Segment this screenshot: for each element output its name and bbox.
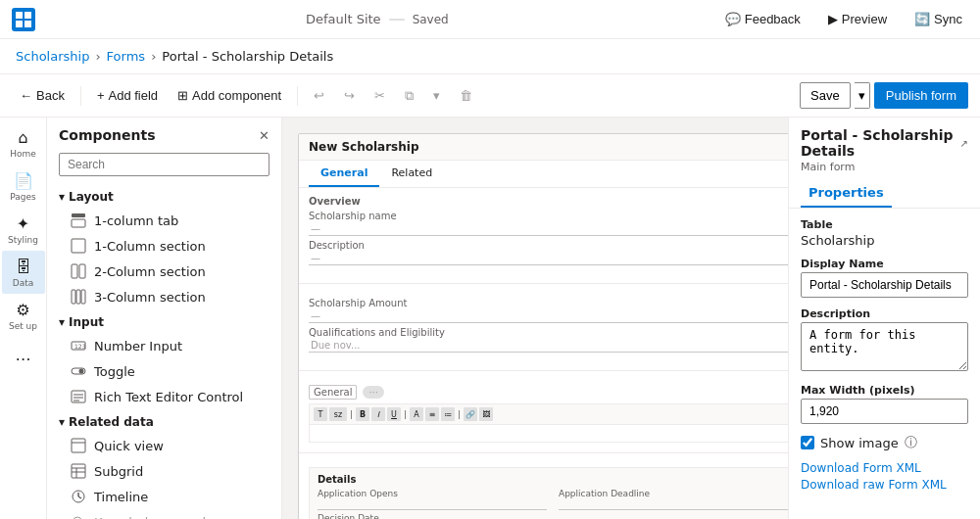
rte-underline-btn[interactable]: U [387, 407, 401, 421]
home-icon: ⌂ [18, 128, 27, 147]
more-icon: ▾ [433, 88, 440, 103]
scholarship-name-field: Scholarship name — [309, 211, 788, 236]
sidebar-item-rte[interactable]: Rich Text Editor Control [47, 384, 281, 409]
search-input[interactable] [59, 153, 270, 176]
breadcrumb-scholarship[interactable]: Scholarship [16, 49, 89, 64]
redo-button[interactable]: ↪ [336, 82, 363, 109]
financials-section: Scholarship Amount — Qualifications and … [299, 290, 788, 364]
max-width-input[interactable] [801, 399, 968, 424]
sidebar-item-timeline[interactable]: Timeline [47, 484, 281, 509]
right-panel: Portal - Scholarship Details ↗ Main form… [788, 118, 980, 519]
preview-icon: ▶ [828, 12, 838, 26]
svg-point-15 [79, 369, 84, 374]
back-button[interactable]: ← Back [12, 82, 73, 109]
form-tab-related[interactable]: Related [379, 161, 444, 187]
show-image-checkbox[interactable] [801, 436, 814, 449]
scholarship-name-label: Scholarship name [309, 211, 788, 221]
qualifications-value: Due nov... [309, 339, 788, 353]
number-input-icon: 123 [71, 338, 86, 354]
copy-button[interactable]: ⧉ [397, 82, 421, 110]
rte-italic-btn[interactable]: I [371, 407, 385, 421]
rte-link-btn[interactable]: 🔗 [464, 407, 477, 421]
rte-list-btn[interactable]: ≔ [441, 407, 455, 421]
download-raw-form-xml-link[interactable]: Download raw Form XML [801, 478, 968, 492]
app-deadline-value [559, 498, 788, 510]
sync-icon: 🔄 [914, 12, 930, 26]
undo-icon: ↩ [314, 88, 324, 103]
delete-button[interactable]: 🗑 [452, 82, 480, 109]
rte-align-btn[interactable]: ≡ [425, 407, 439, 421]
sidebar-item-3col-section[interactable]: 3-Column section [47, 284, 281, 309]
rte-sep2: | [403, 409, 408, 419]
save-button[interactable]: Save [800, 82, 851, 109]
save-dropdown-button[interactable]: ▾ [855, 82, 870, 109]
components-header: Components ✕ [47, 118, 281, 149]
properties-tab[interactable]: Properties [801, 179, 892, 208]
sync-button[interactable]: 🔄 Sync [908, 8, 968, 30]
cut-button[interactable]: ✂ [367, 82, 393, 109]
rte-bold-btn[interactable]: B [356, 407, 369, 421]
copy-icon: ⧉ [405, 88, 414, 104]
nav-data[interactable]: 🗄 Data [2, 251, 45, 294]
breadcrumb-forms[interactable]: Forms [107, 49, 146, 64]
timeline-icon [71, 489, 86, 504]
quick-view-icon [71, 438, 86, 453]
right-panel-header: Portal - Scholarship Details ↗ [789, 118, 980, 161]
svg-rect-11 [81, 290, 85, 304]
right-panel-body: Table Scholarship Display Name Descripti… [789, 209, 980, 519]
sidebar-item-subgrid[interactable]: Subgrid [47, 458, 281, 484]
expand-panel-icon[interactable]: ↗ [960, 138, 968, 149]
redo-icon: ↪ [344, 88, 355, 103]
layout-section-header[interactable]: ▾ Layout [47, 184, 281, 208]
rte-icon [71, 389, 86, 404]
add-field-button[interactable]: + Add field [89, 82, 166, 109]
save-dropdown-icon: ▾ [858, 88, 865, 103]
related-data-section-header[interactable]: ▾ Related data [47, 409, 281, 433]
rte-font-btn[interactable]: T [314, 407, 327, 421]
canvas-inner: New Scholarship General Related Overview… [282, 118, 788, 519]
overview-label: Overview [309, 196, 788, 207]
feedback-button[interactable]: 💬 Feedback [719, 8, 807, 30]
more-button[interactable]: ▾ [425, 82, 448, 109]
sidebar-item-1col-section[interactable]: 1-Column section [47, 233, 281, 259]
preview-button[interactable]: ▶ Preview [822, 8, 893, 30]
rte-size-btn[interactable]: sz [329, 407, 347, 421]
app-opens-label: Application Opens [318, 489, 547, 498]
3col-section-icon [71, 289, 86, 305]
rte-editor[interactable] [309, 425, 788, 443]
sidebar-item-quick-view[interactable]: Quick view [47, 433, 281, 458]
rte-img-btn[interactable]: 🖼 [479, 407, 493, 421]
sidebar-item-2col-section[interactable]: 2-Column section [47, 259, 281, 284]
undo-button[interactable]: ↩ [306, 82, 332, 109]
sidebar-item-number-input[interactable]: 123 Number Input [47, 333, 281, 358]
svg-rect-3 [24, 21, 31, 27]
setup-icon: ⚙ [16, 301, 29, 319]
close-panel-icon[interactable]: ✕ [259, 128, 270, 143]
nav-styling[interactable]: ✦ Styling [2, 208, 45, 251]
display-name-input[interactable] [801, 272, 968, 298]
rte-color-btn[interactable]: A [410, 407, 423, 421]
nav-more[interactable]: ⋯ [2, 337, 45, 380]
table-label: Table [801, 218, 968, 231]
breadcrumb-sep2: › [151, 49, 156, 64]
publish-button[interactable]: Publish form [874, 82, 968, 109]
download-form-xml-link[interactable]: Download Form XML [801, 461, 968, 475]
nav-setup[interactable]: ⚙ Set up [2, 294, 45, 337]
nav-pages[interactable]: 📄 Pages [2, 165, 45, 208]
sidebar-item-1col-tab[interactable]: 1-column tab [47, 208, 281, 233]
sidebar-item-knowledge-search[interactable]: Knowledge search [47, 509, 281, 519]
form-tab-general[interactable]: General [309, 161, 379, 187]
input-section-header[interactable]: ▾ Input [47, 309, 281, 333]
toolbar: ← Back + Add field ⊞ Add component ↩ ↪ ✂… [0, 74, 980, 118]
scholarship-amount-field: Scholarship Amount — [309, 298, 788, 323]
toolbar-sep2 [297, 86, 298, 106]
site-info: Default Site Saved [306, 12, 449, 26]
components-panel: Components ✕ ▾ Layout 1-column tab [47, 118, 282, 519]
rte-sep1: | [349, 409, 354, 419]
description-textarea[interactable]: A form for this entity. [801, 322, 968, 371]
sidebar-item-toggle[interactable]: Toggle [47, 358, 281, 384]
nav-home[interactable]: ⌂ Home [2, 121, 45, 165]
add-component-button[interactable]: ⊞ Add component [170, 82, 289, 109]
right-panel-tabs: Properties [789, 179, 980, 209]
details-label: Details [318, 474, 788, 485]
